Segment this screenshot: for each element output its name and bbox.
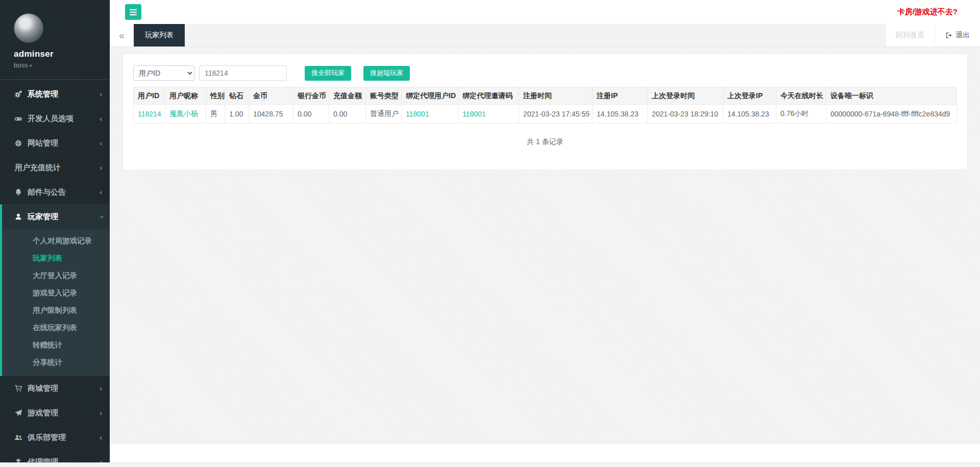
- col-header: 设备唯一标识: [826, 87, 957, 105]
- sidebar-item-player-mgmt[interactable]: 玩家管理 ‹: [2, 204, 110, 229]
- table-header-row: 用户ID 用户昵称 性别 钻石 金币 银行金币 充值金额 账号类型 绑定代理用户…: [134, 87, 957, 105]
- users-icon: [14, 433, 23, 441]
- col-header: 金币: [249, 87, 293, 105]
- sidebar-subitem-player-list[interactable]: 玩家列表: [2, 249, 110, 267]
- cell-register-ip: 14.105.38.23: [593, 105, 648, 124]
- sidebar-item-game-mgmt[interactable]: 游戏管理 ‹: [0, 401, 110, 425]
- sidebar-subitem-online-player-list[interactable]: 在线玩家列表: [2, 319, 110, 336]
- search-all-players-button[interactable]: 搜全部玩家: [305, 66, 351, 81]
- cell-online-hours: 0.76小时: [776, 105, 826, 124]
- sidebar-item-label: 俱乐部管理: [28, 433, 100, 442]
- search-field-select[interactable]: 用户ID: [133, 65, 194, 81]
- sidebar-item-label: 开发人员选项: [28, 114, 100, 124]
- cell-bank-gold: 0.00: [293, 105, 329, 124]
- user-name: adminser: [14, 49, 110, 59]
- cell-agent-user-id[interactable]: 118001: [402, 105, 458, 124]
- col-header: 上次登录IP: [723, 87, 776, 105]
- cell-diamonds: 1.00: [225, 105, 249, 124]
- user-panel: adminser boss▾: [0, 0, 110, 76]
- sidebar-item-recharge-stats[interactable]: 用户充值统计 ›: [0, 155, 110, 180]
- chevron-left-icon: ‹: [100, 114, 103, 124]
- sidebar-item-label: 商城管理: [28, 384, 100, 393]
- col-header: 今天在线时长: [776, 87, 826, 105]
- cell-last-login-ip: 14.105.38.23: [723, 105, 776, 124]
- content-area: 用户ID 搜全部玩家 搜超端玩家 用户ID 用户昵称 性别: [110, 47, 980, 443]
- cell-last-login-time: 2021-03-23 18:29:10: [648, 105, 723, 124]
- record-count-summary: 共 1 条记录: [133, 137, 957, 147]
- horizontal-scrollbar[interactable]: [0, 462, 980, 467]
- chevron-left-icon: ‹: [100, 408, 103, 418]
- gears-icon: [14, 90, 23, 98]
- collapse-tabs-button[interactable]: «: [110, 24, 134, 46]
- tabbar-right-controls: 回到首页 退出: [885, 24, 980, 46]
- cell-device-id: 00000000-671a-6948-ffff-ffffc2e834d9: [826, 105, 957, 124]
- sidebar-item-label: 邮件与公告: [28, 188, 100, 197]
- tabbar-spacer: [185, 24, 885, 46]
- col-header: 注册时间: [519, 87, 593, 105]
- sidebar-item-club-mgmt[interactable]: 俱乐部管理 ‹: [0, 425, 110, 450]
- sidebar-subitem-transfer-stats[interactable]: 转赠统计: [2, 336, 110, 354]
- cell-nickname[interactable]: 魔胤小杨: [165, 105, 206, 124]
- col-header: 用户昵称: [165, 87, 206, 105]
- col-header: 银行金币: [293, 87, 329, 105]
- search-super-players-button[interactable]: 搜超端玩家: [363, 66, 410, 81]
- search-form: 用户ID 搜全部玩家 搜超端玩家: [133, 65, 957, 81]
- sidebar-item-mall-mgmt[interactable]: 商城管理 ‹: [0, 376, 110, 401]
- col-header: 注册IP: [593, 87, 648, 105]
- cell-recharge-amount: 0.00: [329, 105, 366, 124]
- player-mgmt-submenu: 个人对局游戏记录 玩家列表 大厅登入记录 游戏登入记录 用户限制列表 在线玩家列…: [2, 229, 110, 376]
- sidebar-item-site-mgmt[interactable]: 网站管理 ‹: [0, 131, 110, 155]
- sidebar: adminser boss▾ 系统管理 ‹ 开发人员选项 ‹ 网站管理 ‹: [0, 0, 110, 462]
- sidebar-item-mail-announce[interactable]: 邮件与公告 ‹: [0, 180, 110, 204]
- hamburger-menu-button[interactable]: [125, 4, 141, 20]
- browser-icon: [14, 139, 23, 147]
- paper-plane-icon: [14, 409, 23, 417]
- col-header: 账号类型: [366, 87, 402, 105]
- col-header: 绑定代理邀请码: [458, 87, 519, 105]
- user-role-dropdown[interactable]: boss▾: [14, 61, 110, 69]
- sidebar-item-dev-options[interactable]: 开发人员选项 ‹: [0, 106, 110, 131]
- avatar: [14, 13, 43, 43]
- table-row: 118214 魔胤小杨 男 1.00 10428.75 0.00 0.00 普通…: [134, 105, 957, 124]
- search-input[interactable]: [199, 65, 287, 81]
- col-header: 绑定代理用户ID: [402, 87, 458, 105]
- hamburger-icon: [129, 9, 137, 16]
- chevron-left-icon: ‹: [100, 433, 103, 442]
- col-header: 充值金额: [329, 87, 366, 105]
- col-header: 上次登录时间: [648, 87, 723, 105]
- cell-gold: 10428.75: [249, 105, 293, 124]
- cell-user-id[interactable]: 118214: [134, 105, 165, 124]
- chevron-left-icon: ‹: [100, 89, 103, 99]
- sidebar-item-label: 玩家管理: [28, 212, 100, 222]
- user-icon: [14, 213, 23, 221]
- bell-icon: [14, 188, 23, 196]
- col-header: 用户ID: [134, 87, 165, 105]
- chevron-down-icon: ‹: [96, 215, 106, 218]
- sidebar-subitem-share-stats[interactable]: 分享统计: [2, 354, 110, 371]
- logout-button[interactable]: 退出: [935, 24, 980, 46]
- tab-player-list[interactable]: 玩家列表: [134, 24, 185, 46]
- sidebar-subitem-user-restriction-list[interactable]: 用户限制列表: [2, 301, 110, 319]
- room-stuck-help-link[interactable]: 卡房/游戏进不去?: [897, 7, 958, 17]
- sign-out-icon: [945, 32, 952, 39]
- sidebar-menu: 系统管理 ‹ 开发人员选项 ‹ 网站管理 ‹ 用户充值统计 › 邮件与公告: [0, 82, 110, 467]
- sidebar-item-system-mgmt[interactable]: 系统管理 ‹: [0, 82, 110, 106]
- sidebar-item-label: 游戏管理: [28, 408, 100, 418]
- sidebar-subitem-lobby-login-records[interactable]: 大厅登入记录: [2, 267, 110, 284]
- sidebar-item-label: 网站管理: [28, 138, 100, 148]
- cell-gender: 男: [206, 105, 225, 124]
- sidebar-group-player-mgmt: 玩家管理 ‹ 个人对局游戏记录 玩家列表 大厅登入记录 游戏登入记录 用户限制列…: [0, 204, 110, 376]
- cart-icon: [14, 384, 23, 392]
- sidebar-item-label: 系统管理: [28, 89, 100, 99]
- sidebar-subitem-personal-game-records[interactable]: 个人对局游戏记录: [2, 232, 110, 249]
- sidebar-item-label: 用户充值统计: [15, 163, 100, 173]
- topbar: 卡房/游戏进不去?: [110, 0, 980, 24]
- sidebar-subitem-game-login-records[interactable]: 游戏登入记录: [2, 284, 110, 301]
- chevron-left-icon: ‹: [100, 188, 103, 197]
- chevron-right-icon: ›: [100, 163, 103, 173]
- cell-agent-invite-code[interactable]: 118001: [458, 105, 519, 124]
- tab-bar: « 玩家列表 回到首页 退出: [110, 24, 980, 47]
- back-to-home-link[interactable]: 回到首页: [886, 24, 935, 46]
- player-list-panel: 用户ID 搜全部玩家 搜超端玩家 用户ID 用户昵称 性别: [122, 54, 968, 170]
- footer: [110, 443, 980, 462]
